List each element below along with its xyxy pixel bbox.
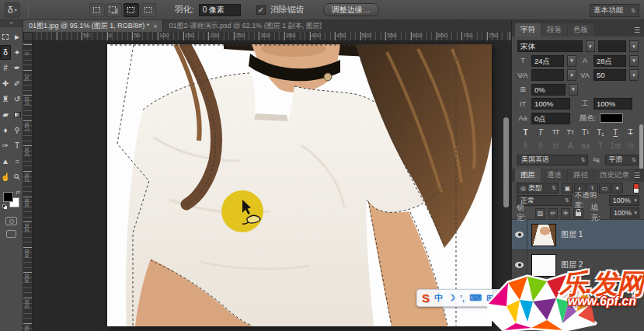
layer-thumbnail[interactable] xyxy=(531,284,556,307)
new-selection-button[interactable] xyxy=(89,3,105,17)
font-size-field[interactable]: 24点 xyxy=(531,55,564,67)
ruler-origin-box[interactable] xyxy=(23,32,33,41)
tool-type-tool[interactable]: T xyxy=(12,138,23,153)
anti-alias-checkbox[interactable]: ✓ xyxy=(256,5,266,15)
filter-kind-button-1[interactable]: ▣ xyxy=(562,183,573,193)
visibility-toggle[interactable] xyxy=(512,280,527,310)
chevron-down-icon[interactable]: ▼ xyxy=(567,69,576,81)
layer-row[interactable]: 图层 1 xyxy=(512,219,644,249)
strikethrough-button[interactable]: T xyxy=(624,127,637,138)
opentype-button-1[interactable]: fi xyxy=(519,141,532,152)
layers-group-tab-1[interactable]: 图层 xyxy=(515,169,541,182)
chevron-down-icon[interactable]: ▼ xyxy=(629,69,639,81)
text-color-swatch[interactable] xyxy=(600,113,623,123)
sogou-logo[interactable]: S xyxy=(422,291,430,305)
leading-field[interactable]: 28点 xyxy=(594,55,626,67)
chinese-mode-icon[interactable]: 中 xyxy=(434,292,443,304)
layer-thumbnail[interactable] xyxy=(531,254,556,277)
tool-clone-stamp-tool[interactable]: ♜ xyxy=(0,92,11,106)
character-group-tab-2[interactable]: 段落 xyxy=(541,23,567,37)
lock-pixels-button[interactable]: ✏ xyxy=(548,208,558,218)
small-caps-button[interactable]: Tᴛ xyxy=(564,127,577,138)
default-colors-icon[interactable] xyxy=(2,204,5,207)
lock-transparency-button[interactable]: ▨ xyxy=(535,208,545,218)
faux-italic-button[interactable]: T xyxy=(534,127,547,138)
tool-eraser-tool[interactable]: ▰ xyxy=(0,107,11,122)
tool-healing-brush-tool[interactable]: ✚ xyxy=(0,76,11,91)
layer-filter-dropdown[interactable]: ◎ 类型 ⇅ xyxy=(517,183,559,193)
tool-gradient-tool[interactable] xyxy=(12,107,23,122)
underline-button[interactable]: T xyxy=(609,127,622,138)
refine-edge-button[interactable]: 调整边缘… xyxy=(323,3,379,16)
tool-path-selection-tool[interactable]: ▲ xyxy=(0,154,11,169)
subscript-button[interactable]: T₁ xyxy=(594,127,607,138)
tool-crop-tool[interactable]: # xyxy=(0,61,11,75)
tool-rectangular-marquee-tool[interactable] xyxy=(0,30,11,44)
tool-brush-tool[interactable]: ✐ xyxy=(12,76,23,91)
layers-group-tab-4[interactable]: 历史记录 xyxy=(594,169,635,182)
document-tab-active[interactable]: 01图1.jpg @ 95.1% (图层 1, RGB/8#) * × xyxy=(23,20,163,32)
tool-hand-tool[interactable]: ☝ xyxy=(0,169,11,184)
baseline-shift-field[interactable]: 0点 xyxy=(531,113,570,124)
filter-kind-button-5[interactable]: ✦ xyxy=(611,183,623,193)
language-dropdown[interactable]: 美国英语 ⇅ xyxy=(517,155,588,166)
quick-mask-button[interactable] xyxy=(5,217,17,225)
font-family-field[interactable]: 宋体 xyxy=(517,40,583,52)
moon-icon[interactable]: ☽ xyxy=(447,293,455,303)
chevron-down-icon[interactable]: ▼ xyxy=(567,55,576,67)
toolbox-icon[interactable]: ⊞ xyxy=(486,293,493,303)
layer-row[interactable]: 背景 xyxy=(512,280,644,310)
opentype-button-3[interactable]: st xyxy=(549,141,562,152)
tool-eyedropper-tool[interactable]: ✒ xyxy=(12,61,23,75)
faux-bold-button[interactable]: T xyxy=(519,127,532,138)
chevron-down-icon[interactable]: ▼ xyxy=(569,84,578,96)
tool-dodge-tool[interactable]: ⚲ xyxy=(12,123,23,138)
layers-group-tab-2[interactable]: 通道 xyxy=(541,169,567,182)
chevron-down-icon[interactable]: ▼ xyxy=(629,55,639,67)
tool-preset-picker[interactable]: δ ▾ xyxy=(5,2,20,18)
panel-menu-icon[interactable]: ☰ xyxy=(634,172,640,179)
opentype-button-2[interactable]: ð xyxy=(534,141,547,152)
horizontal-ruler[interactable]: 5005010015020025030035040045050055060065… xyxy=(33,32,511,41)
font-style-field[interactable] xyxy=(598,40,626,52)
intersect-selection-button[interactable] xyxy=(141,3,156,17)
anti-alias-dropdown[interactable]: 平滑 ⇅ xyxy=(605,155,639,166)
foreground-color-swatch[interactable] xyxy=(3,192,13,202)
tool-blur-tool[interactable]: ♦ xyxy=(0,123,11,138)
tool-history-brush-tool[interactable]: ↺ xyxy=(12,92,23,106)
kerning-field[interactable] xyxy=(531,69,564,81)
horizontal-scale-field[interactable]: 100% xyxy=(594,98,632,110)
opentype-button-4[interactable]: A xyxy=(564,141,577,152)
tool-lasso-tool[interactable]: δ xyxy=(0,45,11,60)
character-group-tab-1[interactable]: 字符 xyxy=(515,23,541,37)
superscript-button[interactable]: T¹ xyxy=(579,127,592,138)
tracking-field[interactable]: 50 xyxy=(594,69,626,81)
soft-keyboard-icon[interactable]: ⌨ xyxy=(469,293,482,303)
all-caps-button[interactable]: TT xyxy=(549,127,562,138)
document-tab-inactive[interactable]: 01图2-课程演示.psd @ 62.1% (图层 1 副本, 图层蒙版/8) … xyxy=(163,20,322,32)
proportional-spacing-field[interactable]: 0% xyxy=(531,84,566,96)
check-icon[interactable]: ✔ xyxy=(498,292,507,305)
vertical-scale-field[interactable]: 100% xyxy=(531,98,570,110)
panel-menu-icon[interactable]: ☰ xyxy=(634,26,640,34)
subtract-from-selection-button[interactable] xyxy=(124,3,139,17)
fill-dropdown[interactable]: 100% ▾ xyxy=(610,207,639,218)
tool-zoom-tool[interactable]: ⚲ xyxy=(12,169,23,184)
vertical-ruler[interactable]: 050100150200250300350400450500550 xyxy=(23,41,33,331)
chevron-down-icon[interactable]: ▼ xyxy=(586,40,595,52)
filter-toggle[interactable] xyxy=(633,183,639,193)
lock-all-button[interactable] xyxy=(573,208,583,218)
opentype-button-5[interactable]: aa xyxy=(579,141,592,152)
canvas-vertical-scrollbar[interactable] xyxy=(503,117,509,207)
workspace-switcher[interactable]: 基本功能 ⇅ xyxy=(590,4,639,17)
lock-position-button[interactable]: ✛ xyxy=(561,208,570,218)
feather-input[interactable]: 0 像素 xyxy=(199,4,241,16)
layers-group-tab-3[interactable]: 路径 xyxy=(568,169,594,182)
layer-thumbnail[interactable] xyxy=(531,224,556,246)
opentype-button-8[interactable]: ½ xyxy=(624,141,637,152)
screen-mode-button[interactable] xyxy=(6,230,16,238)
tool-move-tool[interactable]: ► xyxy=(12,30,23,44)
visibility-toggle[interactable] xyxy=(512,250,527,280)
opentype-button-7[interactable]: 1st xyxy=(609,141,622,152)
add-to-selection-button[interactable] xyxy=(106,3,122,17)
